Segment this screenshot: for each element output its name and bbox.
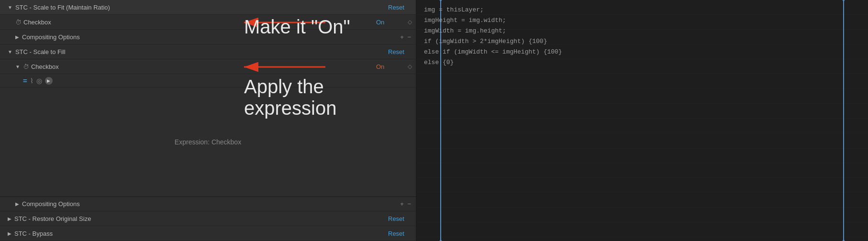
stc-restore-row[interactable]: STC - Restore Original Size Reset [0, 211, 416, 226]
checkbox-fill-value[interactable]: On [376, 63, 400, 70]
compositing-options-fill-row[interactable]: Compositing Options + − [0, 197, 416, 211]
stopwatch-icon-fit[interactable]: ⏱ [15, 19, 22, 26]
compositing-options-fit-row[interactable]: Compositing Options + − [0, 30, 416, 44]
expand-arrow-fill[interactable] [8, 49, 12, 55]
stc-scale-fit-label: STC - Scale to Fit (Maintain Ratio) [15, 4, 388, 11]
expression-label: Expression: Checkbox [175, 138, 241, 146]
at-icon[interactable]: ◎ [36, 77, 42, 85]
expression-label-area: Expression: Checkbox [0, 88, 416, 197]
code-line-3: imgWidth = img.height; [424, 26, 860, 36]
stc-scale-fit-value[interactable]: Reset [388, 4, 412, 11]
stc-bypass-label: STC - Bypass [14, 230, 388, 237]
stc-bypass-row[interactable]: STC - Bypass Reset [0, 226, 416, 241]
keyframe-diamond-fill[interactable]: ◇ [408, 63, 412, 70]
keyframe-diamond-fit[interactable]: ◇ [408, 19, 412, 25]
expand-arrow-comp-fit[interactable] [15, 34, 19, 40]
stc-scale-fill-row[interactable]: STC - Scale to Fill Reset [0, 44, 416, 59]
stc-restore-label: STC - Restore Original Size [14, 215, 388, 222]
left-panel: STC - Scale to Fit (Maintain Ratio) Rese… [0, 0, 416, 241]
stc-bypass-value[interactable]: Reset [388, 230, 412, 237]
expand-arrow-restore[interactable] [8, 216, 11, 221]
code-line-5: else if (imgWidth <= imgHeight) {100} [424, 47, 860, 57]
expression-icon-row: = ⌇ ◎ ▶ [0, 74, 416, 88]
code-text-1: img = thisLayer; [424, 5, 484, 15]
plus-minus-comp-fit[interactable]: + − [400, 33, 412, 41]
code-text-4: if (imgWidth > 2*imgHeight) {100} [424, 36, 547, 47]
code-line-6: else {0} [424, 57, 860, 68]
code-text-3: imgWidth = img.height; [424, 26, 506, 36]
play-button[interactable]: ▶ [45, 77, 53, 85]
code-line-2: imgHeight = img.width; [424, 15, 860, 26]
checkbox-fill-row[interactable]: ⏱ Checkbox On ◇ [0, 59, 416, 74]
compositing-options-fit-label: Compositing Options [22, 33, 400, 41]
checkbox-fit-value[interactable]: On [376, 19, 400, 26]
checkbox-fill-label: Checkbox [31, 63, 376, 70]
equals-icon[interactable]: = [23, 77, 27, 85]
stc-scale-fill-label: STC - Scale to Fill [15, 48, 388, 55]
code-editor-panel: img = thisLayer; imgHeight = img.width; … [416, 0, 868, 241]
checkbox-fit-label: Checkbox [23, 19, 376, 26]
right-section: Make it "On" Apply the expression img = … [416, 0, 868, 241]
graph-icon[interactable]: ⌇ [30, 77, 33, 85]
stc-restore-value[interactable]: Reset [388, 215, 412, 222]
expand-arrow-bypass[interactable] [8, 231, 11, 236]
code-content: img = thisLayer; imgHeight = img.width; … [416, 0, 868, 241]
code-text-6: else {0} [424, 57, 454, 68]
stopwatch-icon-fill[interactable]: ⏱ [23, 63, 29, 70]
checkbox-fit-row[interactable]: ⏱ Checkbox On ◇ [0, 15, 416, 30]
stc-scale-fit-row[interactable]: STC - Scale to Fit (Maintain Ratio) Rese… [0, 0, 416, 15]
expand-arrow-comp-fill[interactable] [15, 201, 19, 207]
code-text-2: imgHeight = img.width; [424, 15, 506, 26]
expand-arrow-checkbox-fill[interactable] [15, 64, 20, 69]
code-line-4: if (imgWidth > 2*imgHeight) {100} [424, 36, 860, 47]
code-line-1: img = thisLayer; [424, 5, 860, 15]
code-text-5: else if (imgWidth <= imgHeight) {100} [424, 47, 562, 57]
stc-scale-fill-value[interactable]: Reset [388, 48, 412, 55]
cursor-line-2 [843, 0, 844, 241]
expand-arrow[interactable] [8, 5, 12, 10]
plus-minus-comp-fill[interactable]: + − [400, 200, 412, 208]
compositing-options-fill-label: Compositing Options [22, 200, 400, 208]
